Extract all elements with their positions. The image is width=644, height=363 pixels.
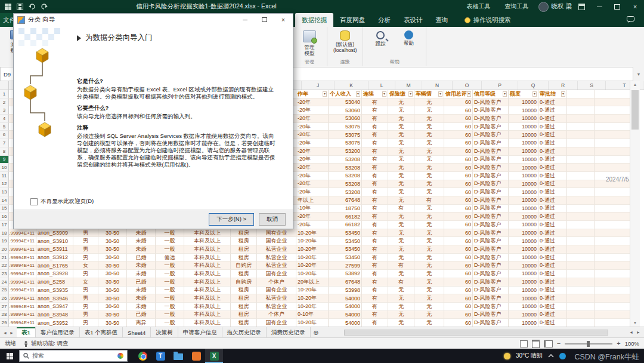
tray-chevron-up-icon[interactable] <box>548 354 554 358</box>
cell[interactable]: 60 <box>444 278 473 287</box>
cell[interactable]: 年以上 <box>296 196 329 205</box>
formula-bar-expand-icon[interactable]: ▼ <box>633 67 644 81</box>
cell[interactable]: 一般 <box>156 245 184 254</box>
cell[interactable]: D-风险客户 <box>473 139 509 147</box>
cell[interactable]: 无 <box>414 115 444 123</box>
orange-app-icon[interactable] <box>187 349 205 363</box>
cell[interactable]: 30-50 <box>98 229 127 238</box>
cell[interactable] <box>595 287 631 295</box>
cell[interactable]: anon_S3912 <box>36 254 73 262</box>
cell[interactable]: 10000 <box>509 303 538 311</box>
cell[interactable]: anon_S258 <box>36 278 73 287</box>
cell[interactable]: D-风险客户 <box>473 99 509 107</box>
cell[interactable]: 未婚 <box>127 229 156 238</box>
cell[interactable]: 30-50 <box>98 287 127 295</box>
cell[interactable]: D-风险客户 <box>473 205 509 213</box>
cell[interactable] <box>567 205 595 213</box>
cell[interactable]: 有 <box>362 287 388 295</box>
cell[interactable]: anon_S3928 <box>36 270 73 278</box>
cell[interactable]: 无 <box>414 287 444 295</box>
cell[interactable]: 60 <box>444 319 473 327</box>
cell[interactable] <box>595 196 631 205</box>
cell[interactable] <box>567 180 595 189</box>
cell[interactable]: 10000 <box>509 205 538 213</box>
cell[interactable] <box>595 205 631 213</box>
cell[interactable]: 10000 <box>509 139 538 147</box>
cell[interactable]: 0-通过 <box>538 115 567 123</box>
cell[interactable]: 60 <box>444 156 473 164</box>
cell[interactable]: -20年 <box>296 180 329 189</box>
cell[interactable]: D-风险客户 <box>473 172 509 180</box>
cell[interactable]: 9.99994E+11 <box>9 278 36 287</box>
cell[interactable]: 53075 <box>329 131 362 139</box>
cell[interactable]: 53450 <box>329 254 362 262</box>
column-header-S[interactable]: S <box>578 81 606 90</box>
cell[interactable]: 本科及以上 <box>184 294 231 303</box>
cell[interactable]: 10000 <box>509 270 538 278</box>
redo-icon[interactable] <box>40 3 48 11</box>
cell[interactable]: -20年 <box>296 213 329 221</box>
cell[interactable]: 9.99994E+11 <box>9 294 36 303</box>
cell[interactable]: -20年 <box>296 221 329 229</box>
cell[interactable]: anon_S3935 <box>36 287 73 295</box>
cell[interactable]: 10000 <box>509 164 538 172</box>
cell[interactable]: 无 <box>388 237 414 245</box>
tray-blue-app-icon[interactable] <box>559 353 566 359</box>
page-break-view-icon[interactable] <box>544 340 553 347</box>
cell[interactable]: 无 <box>388 245 414 254</box>
cell[interactable]: 0-通过 <box>538 319 567 327</box>
cell[interactable]: 10000 <box>509 237 538 245</box>
cell[interactable]: 60 <box>444 147 473 156</box>
cell[interactable]: 有 <box>362 311 388 319</box>
cell[interactable]: 53200 <box>329 147 362 156</box>
column-header-N[interactable]: N <box>422 81 453 90</box>
cell[interactable]: 0-通过 <box>538 106 567 115</box>
cell[interactable]: D-风险客户 <box>473 188 509 196</box>
cell[interactable] <box>595 139 631 147</box>
cell[interactable]: 一般 <box>156 287 184 295</box>
cell[interactable] <box>595 99 631 107</box>
cell[interactable]: 男 <box>73 237 98 245</box>
cell[interactable]: 无 <box>414 221 444 229</box>
cell[interactable]: 10000 <box>509 254 538 262</box>
cell[interactable]: 无 <box>388 287 414 295</box>
zoom-out-icon[interactable]: − <box>557 340 561 347</box>
row-header-12[interactable]: 12 <box>0 180 9 189</box>
cell[interactable]: 连续▾ <box>362 90 388 99</box>
cell[interactable]: 无 <box>388 139 414 147</box>
cell[interactable]: -20年 <box>296 99 329 107</box>
cell[interactable]: 10000 <box>509 319 538 327</box>
cell[interactable]: 20年以上 <box>296 278 329 287</box>
cell[interactable]: 有 <box>388 278 414 287</box>
cell[interactable]: 无 <box>388 221 414 229</box>
cell[interactable]: 有 <box>362 270 388 278</box>
ribbon-display-options-icon[interactable] <box>578 3 586 11</box>
row-header-26[interactable]: 26 <box>0 294 9 303</box>
row-header-2[interactable]: 2 <box>0 99 9 107</box>
cell[interactable]: 0-通过 <box>538 123 567 131</box>
cell[interactable]: 30-50 <box>98 319 127 327</box>
cell[interactable]: 30-50 <box>98 254 127 262</box>
scroll-up-icon[interactable]: ▲ <box>630 81 640 88</box>
cell[interactable]: 无 <box>388 172 414 180</box>
ribbon-tab-数据挖掘[interactable]: 数据挖掘 <box>295 13 333 27</box>
cell[interactable] <box>595 245 631 254</box>
column-header-J[interactable]: J <box>302 81 335 90</box>
cell[interactable]: 一般 <box>156 237 184 245</box>
cell[interactable] <box>567 164 595 172</box>
cell[interactable] <box>567 311 595 319</box>
cell[interactable]: D-风险客户 <box>473 115 509 123</box>
cell[interactable]: 有 <box>362 213 388 221</box>
new-sheet-button[interactable]: ⊕ <box>311 327 321 338</box>
cell[interactable]: 18750 <box>329 205 362 213</box>
cell[interactable] <box>595 106 631 115</box>
cell[interactable]: 有 <box>362 278 388 287</box>
cell[interactable]: 9.99994E+11 <box>9 287 36 295</box>
cell[interactable]: 53450 <box>329 237 362 245</box>
cell[interactable]: 10-20年 <box>296 294 329 303</box>
row-header-22[interactable]: 22 <box>0 262 9 270</box>
row-header-7[interactable]: 7 <box>0 139 9 147</box>
cell[interactable]: 无 <box>388 180 414 189</box>
cell[interactable]: 个体户 <box>257 311 296 319</box>
cell[interactable]: 60 <box>444 99 473 107</box>
